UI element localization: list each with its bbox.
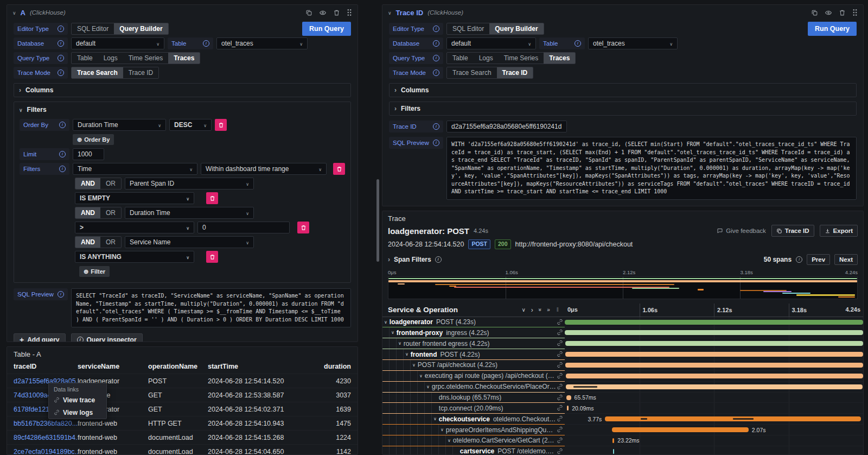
- trace-id-link[interactable]: 89cf4286e631591b4...: [14, 434, 78, 441]
- span-bar[interactable]: [613, 449, 614, 454]
- add-filter-button[interactable]: ⊕Filter: [79, 266, 110, 277]
- run-query-button[interactable]: Run Query: [302, 22, 351, 36]
- query-type-logs[interactable]: Logs: [474, 53, 499, 64]
- sql-editor-option[interactable]: SQL Editor: [72, 23, 114, 34]
- collapse-all-icon[interactable]: »: [537, 308, 543, 312]
- col-starttime[interactable]: startTime: [208, 363, 304, 370]
- span-row[interactable]: ∨frontend-proxyingress (4.22s): [382, 327, 863, 338]
- span-bar[interactable]: [605, 416, 860, 421]
- add-query-button[interactable]: +Add query: [389, 206, 441, 207]
- hide-query-icon[interactable]: [319, 9, 327, 16]
- expand-one-icon[interactable]: ›: [531, 306, 533, 314]
- table-select[interactable]: otel_traces: [216, 37, 308, 49]
- query-type-timeseries[interactable]: Time Series: [123, 53, 169, 64]
- remove-filter-parentspan-button[interactable]: [206, 192, 218, 204]
- span-row[interactable]: ∨loadgeneratorPOST (4.23s): [382, 317, 863, 328]
- duplicate-query-icon[interactable]: [305, 9, 312, 16]
- remove-filter-duration-button[interactable]: [297, 222, 309, 233]
- prev-button[interactable]: Prev: [807, 254, 830, 265]
- chevron-down-icon[interactable]: ∨: [441, 427, 444, 432]
- trace-search-option[interactable]: Trace Search: [72, 67, 123, 78]
- span-row[interactable]: ∨cartservicePOST /oteldemo.CartService/G…: [382, 446, 863, 455]
- columns-section[interactable]: Columns: [14, 83, 351, 97]
- or-option[interactable]: OR: [100, 207, 121, 218]
- span-name-cell[interactable]: ∨router frontend egress (4.22s): [382, 338, 565, 349]
- trace-search-option[interactable]: Trace Search: [447, 67, 497, 78]
- query-ref-id[interactable]: A: [21, 9, 25, 17]
- filter-field-select-parentspan[interactable]: Parent Span ID: [125, 178, 254, 189]
- column-resizer[interactable]: ‖: [557, 307, 559, 313]
- expand-all-icon[interactable]: »: [547, 307, 550, 313]
- collapse-query-icon[interactable]: [12, 9, 16, 16]
- add-query-button[interactable]: +Add query: [14, 333, 66, 342]
- drag-handle-icon[interactable]: [347, 9, 352, 16]
- trace-id-option[interactable]: Trace ID: [123, 67, 159, 78]
- span-name-cell[interactable]: ∨dns.lookup (65.57ms): [382, 393, 565, 403]
- span-bar[interactable]: [566, 384, 863, 389]
- link-icon[interactable]: [557, 319, 563, 325]
- span-bar[interactable]: [565, 352, 863, 357]
- query-builder-option[interactable]: Query Builder: [114, 23, 168, 34]
- span-name-cell[interactable]: ∨loadgeneratorPOST (4.23s): [382, 317, 565, 328]
- query-inspector-button[interactable]: Query inspector: [446, 206, 518, 207]
- span-name-cell[interactable]: ∨POST /api/checkout (4.22s): [382, 360, 565, 371]
- remove-filter-time-button[interactable]: [333, 163, 345, 175]
- col-operationname[interactable]: operationName: [148, 363, 208, 370]
- filters-section[interactable]: Filters: [389, 102, 857, 116]
- span-row[interactable]: ∨grpc.oteldemo.CheckoutService/PlaceOrde…: [382, 382, 863, 393]
- trace-minimap[interactable]: [388, 276, 858, 299]
- filter-field-select-time[interactable]: Time: [73, 163, 197, 175]
- trace-panel-title[interactable]: Trace: [382, 211, 863, 223]
- sql-editor-option[interactable]: SQL Editor: [447, 23, 489, 34]
- next-button[interactable]: Next: [834, 254, 858, 265]
- and-option[interactable]: AND: [75, 207, 100, 218]
- order-by-direction-select[interactable]: DESC: [169, 119, 212, 131]
- chevron-down-icon[interactable]: ∨: [448, 438, 451, 443]
- filters-section-header[interactable]: Filters: [19, 103, 345, 116]
- chevron-down-icon[interactable]: ∨: [398, 341, 401, 346]
- span-bar[interactable]: [565, 363, 863, 368]
- query-inspector-button[interactable]: Query inspector: [71, 333, 143, 342]
- link-icon[interactable]: [557, 383, 563, 390]
- link-icon[interactable]: [557, 405, 563, 411]
- or-option[interactable]: OR: [100, 237, 121, 248]
- span-name-cell[interactable]: ∨grpc.oteldemo.CheckoutService/PlaceOrde…: [382, 382, 565, 393]
- span-row[interactable]: ∨POST /api/checkout (4.22s): [382, 360, 863, 371]
- delete-query-icon[interactable]: [839, 9, 846, 16]
- query-type-traces[interactable]: Traces: [168, 53, 200, 64]
- trace-id-link[interactable]: bb5167b236bfa820...: [14, 420, 78, 427]
- span-bar[interactable]: [612, 427, 749, 432]
- query-type-table[interactable]: Table: [72, 53, 98, 64]
- order-by-field-select[interactable]: Duration Time: [73, 119, 166, 131]
- link-icon[interactable]: [557, 415, 563, 422]
- filter-field-select-servicename[interactable]: Service Name: [125, 236, 254, 248]
- hide-query-icon[interactable]: [825, 9, 832, 16]
- span-row[interactable]: ∨tcp.connect (20.09ms)20.09ms: [382, 403, 863, 414]
- filter-op-select-gt[interactable]: >: [75, 222, 194, 233]
- delete-query-icon[interactable]: [333, 9, 340, 16]
- chevron-down-icon[interactable]: ∨: [419, 374, 423, 378]
- export-button[interactable]: Export: [820, 225, 858, 237]
- query-type-timeseries[interactable]: Time Series: [499, 53, 544, 64]
- query-ref-id[interactable]: Trace ID: [396, 9, 424, 17]
- columns-section[interactable]: Columns: [389, 83, 857, 97]
- span-row[interactable]: ∨frontendPOST (4.22s): [382, 349, 863, 360]
- trace-id-button[interactable]: Trace ID: [771, 225, 814, 237]
- span-row[interactable]: ∨executing api route (pages) /api/checko…: [382, 371, 863, 382]
- filter-value-input[interactable]: 0: [197, 222, 290, 233]
- query-type-table[interactable]: Table: [447, 53, 474, 64]
- filter-op-select-isempty[interactable]: IS EMPTY: [75, 192, 194, 204]
- span-name-cell[interactable]: ∨prepareOrderItemsAndShippingQuoteFromCa…: [382, 425, 565, 435]
- span-filters-toggle[interactable]: Span Filters: [388, 256, 442, 263]
- link-icon[interactable]: [557, 351, 563, 357]
- link-icon[interactable]: [557, 340, 563, 346]
- span-name-cell[interactable]: ∨oteldemo.CartService/GetCart (23.22ms): [382, 435, 565, 446]
- filter-field-select-duration[interactable]: Duration Time: [125, 207, 254, 219]
- trace-id-input[interactable]: d2a7155ef6a928a05680e5ff6190241d: [446, 121, 567, 132]
- link-icon[interactable]: [557, 329, 563, 336]
- trace-id-option[interactable]: Trace ID: [497, 67, 533, 78]
- link-icon[interactable]: [557, 426, 563, 433]
- col-traceid[interactable]: traceID: [14, 363, 78, 370]
- span-row[interactable]: ∨checkoutserviceoteldemo.CheckoutService…: [382, 414, 863, 425]
- span-name-cell[interactable]: ∨frontend-proxyingress (4.22s): [382, 327, 565, 338]
